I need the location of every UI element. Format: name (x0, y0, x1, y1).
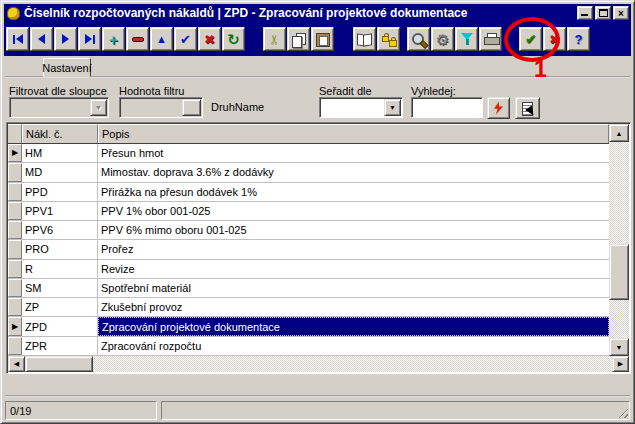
ok-check-icon: ✔ (525, 32, 537, 46)
cell-desc[interactable]: Zpracování rozpočtu (98, 337, 609, 355)
row-indicator (8, 337, 22, 355)
edit-record-button[interactable]: ▲ (150, 27, 173, 51)
close-button[interactable]: × (613, 6, 629, 20)
next-record-button[interactable] (54, 27, 77, 51)
horizontal-scrollbar[interactable]: ◀ ▶ (8, 356, 629, 372)
cell-code[interactable]: MD (22, 163, 98, 181)
refresh-button[interactable]: ↻ (222, 27, 245, 51)
cell-code[interactable]: PPV1 (22, 202, 98, 220)
cell-desc[interactable]: Mimostav. doprava 3.6% z dodávky (98, 163, 609, 181)
table-row[interactable]: ZPR Zpracování rozpočtu (8, 337, 609, 356)
vertical-scrollbar[interactable]: ▲ ▼ (609, 124, 629, 356)
table-row[interactable]: PPV1 PPV 1% obor 001-025 (8, 202, 609, 221)
cell-code[interactable]: ZPD (22, 317, 98, 335)
search-button[interactable] (407, 27, 430, 51)
cell-desc[interactable]: Prořez (98, 240, 609, 258)
filter-button[interactable] (455, 27, 478, 51)
maximize-icon (599, 9, 608, 17)
filter-column-dropdown-button[interactable]: ▼ (90, 99, 107, 116)
scroll-down-icon: ▼ (616, 344, 623, 351)
table-row-selected[interactable]: ▶ ZPD Zpracování projektové dokumentace (8, 317, 609, 336)
select-report-button[interactable] (515, 97, 540, 119)
cell-code[interactable]: SM (22, 279, 98, 297)
cell-desc[interactable]: Zkušební provoz (98, 298, 609, 316)
cut-button[interactable]: ✂ (263, 27, 286, 51)
tab-nastaveni[interactable]: Nastavení (43, 58, 91, 77)
column-header-desc[interactable]: Popis (98, 124, 609, 143)
filter-value-label: Hodnota filtru (119, 85, 184, 97)
cell-desc[interactable]: Spotřební materiál (98, 279, 609, 297)
settings-button[interactable]: ⚙ (431, 27, 454, 51)
first-record-button[interactable] (6, 27, 29, 51)
vertical-scroll-track[interactable] (609, 142, 629, 338)
vertical-scroll-thumb[interactable] (609, 244, 629, 300)
cell-desc[interactable]: Revize (98, 260, 609, 278)
resize-grip[interactable] (616, 406, 628, 418)
search-input[interactable] (411, 97, 483, 118)
funnel-icon (460, 33, 474, 46)
app-window: Číselník rozpočtovaných nákaldů | ZPD - … (0, 0, 635, 424)
cell-code[interactable]: ZP (22, 298, 98, 316)
table-row[interactable]: MD Mimostav. doprava 3.6% z dodávky (8, 163, 609, 182)
storno-button[interactable]: ✖ (543, 27, 566, 51)
row-indicator (8, 163, 22, 181)
post-record-button[interactable]: ✔ (174, 27, 197, 51)
permissions-button[interactable] (377, 27, 400, 51)
print-button[interactable] (479, 27, 502, 51)
table-row[interactable]: ▶ HM Přesun hmot (8, 144, 609, 163)
cell-code[interactable]: ZPR (22, 337, 98, 355)
locks-icon (381, 32, 397, 47)
scroll-up-icon: ▲ (616, 130, 623, 137)
title-bar[interactable]: Číselník rozpočtovaných nákaldů | ZPD - … (4, 4, 631, 22)
scroll-left-button[interactable]: ◀ (8, 356, 25, 372)
cancel-record-button[interactable]: ✖ (198, 27, 221, 51)
ok-button[interactable]: ✔ (519, 27, 542, 51)
app-icon (7, 7, 20, 20)
table-row[interactable]: SM Spotřební materiál (8, 279, 609, 298)
filter-value-ellipsis-button[interactable] (182, 99, 201, 116)
table-row[interactable]: PPD Přirážka na přesun dodávek 1% (8, 183, 609, 202)
table-row[interactable]: ZP Zkušební provoz (8, 298, 609, 317)
scroll-up-button[interactable]: ▲ (609, 124, 629, 142)
table-row[interactable]: PRO Prořez (8, 240, 609, 259)
quick-search-button[interactable] (487, 97, 510, 119)
sort-dropdown-button[interactable]: ▼ (384, 99, 401, 116)
minimize-button[interactable] (577, 6, 593, 20)
row-indicator (8, 221, 22, 239)
horizontal-scroll-thumb[interactable] (25, 356, 93, 372)
status-message-panel (161, 401, 630, 420)
cell-desc[interactable]: PPV 1% obor 001-025 (98, 202, 609, 220)
cell-code[interactable]: PPV6 (22, 221, 98, 239)
insert-record-button[interactable]: + (102, 27, 125, 51)
cell-code[interactable]: R (22, 260, 98, 278)
help-button[interactable]: ? (567, 27, 590, 51)
cell-desc-selected[interactable]: Zpracování projektové dokumentace (98, 317, 609, 335)
copy-button[interactable] (287, 27, 310, 51)
filter-value-input[interactable] (119, 97, 203, 118)
prior-record-button[interactable] (30, 27, 53, 51)
codebook-button[interactable] (353, 27, 376, 51)
status-bar: 0/19 (5, 401, 630, 420)
cell-code[interactable]: PPD (22, 183, 98, 201)
filter-column-combobox[interactable]: ▼ (9, 97, 109, 118)
sort-combobox[interactable]: ▼ (319, 97, 403, 118)
question-icon: ? (575, 33, 583, 46)
prior-record-icon (38, 34, 45, 44)
cell-desc[interactable]: PPV 6% mimo oboru 001-025 (98, 221, 609, 239)
horizontal-scroll-track[interactable] (93, 356, 612, 372)
scroll-down-button[interactable]: ▼ (609, 338, 629, 356)
cell-desc[interactable]: Přirážka na přesun dodávek 1% (98, 183, 609, 201)
cell-desc[interactable]: Přesun hmot (98, 144, 609, 162)
chevron-down-icon: ▼ (389, 104, 396, 111)
table-row[interactable]: PPV6 PPV 6% mimo oboru 001-025 (8, 221, 609, 240)
maximize-button[interactable] (595, 6, 611, 20)
table-row[interactable]: R Revize (8, 260, 609, 279)
delete-record-button[interactable] (126, 27, 149, 51)
column-header-code[interactable]: Nákl. č. (22, 124, 98, 143)
paste-button[interactable] (311, 27, 334, 51)
last-record-button[interactable] (78, 27, 101, 51)
scroll-right-button[interactable]: ▶ (612, 356, 629, 372)
cell-code[interactable]: HM (22, 144, 98, 162)
copy-icon (292, 33, 305, 46)
cell-code[interactable]: PRO (22, 240, 98, 258)
